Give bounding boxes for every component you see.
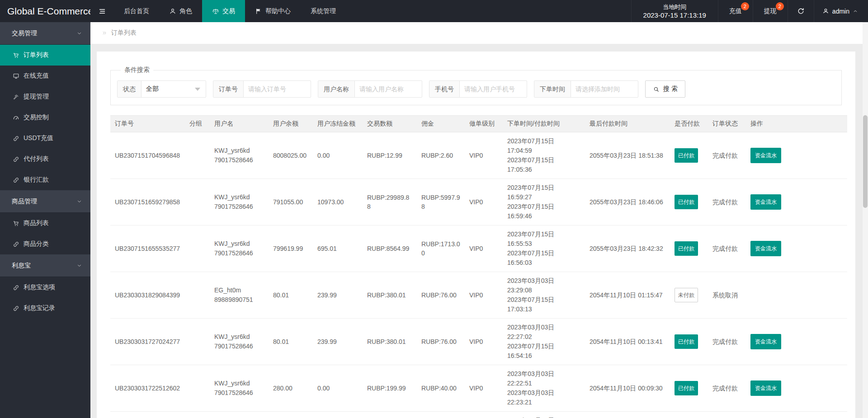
column-header: 用户余额 — [269, 116, 313, 132]
topbar-right: 当地时间 2023-07-15 17:13:19 充值 2 提现 2 admin — [631, 0, 868, 22]
sidebar-section-title: 交易管理 — [12, 29, 76, 38]
cell-pay-status: 已付款 — [670, 412, 708, 418]
sidebar-item-label: USDT充值 — [24, 134, 53, 142]
sidebar-item-label: 商品列表 — [24, 219, 49, 227]
chevron-down-icon — [76, 263, 82, 268]
breadcrumb: 订单列表 — [90, 22, 868, 44]
link-icon — [13, 241, 19, 248]
cell-order-status: 系统取消 — [708, 272, 746, 319]
user-menu[interactable]: admin — [814, 0, 868, 22]
cell-amount: RUBP:380.01 — [363, 412, 417, 418]
search-input[interactable] — [571, 85, 638, 93]
cell-balance: 280.00 — [269, 365, 313, 412]
hamburger-icon[interactable] — [90, 0, 114, 22]
angles-right-icon — [101, 30, 108, 36]
cell-group — [185, 272, 210, 319]
sidebar-item[interactable]: 在线充值 — [0, 66, 90, 86]
local-time-display: 当地时间 2023-07-15 17:13:19 — [631, 0, 718, 22]
sidebar-item[interactable]: 商品列表 — [0, 213, 90, 234]
cell-commission: RUBP:76.00 — [417, 319, 465, 365]
sidebar-item[interactable]: 利息宝选项 — [0, 277, 90, 298]
cell-order-no: UB2303031722512602 — [110, 365, 185, 412]
action-button[interactable]: 资金流水 — [750, 194, 781, 210]
search-select-value: 全部 — [142, 85, 195, 93]
search-field-label: 用户名称 — [318, 81, 355, 97]
search-field-label: 订单号 — [213, 81, 244, 97]
top-menu-item[interactable]: 角色 — [159, 0, 202, 22]
refresh-icon[interactable] — [788, 0, 814, 22]
topbar: Global E-Commerce... 后台首页 角色 交易 帮助中心 系统管… — [0, 0, 868, 22]
recharge-link[interactable]: 充值 2 — [718, 0, 753, 22]
main-content: 订单列表 条件搜索 状态 全部 订单号 用户名称 手机号 下单时间 搜 索 — [90, 22, 868, 418]
sidebar-item[interactable]: 利息宝记录 — [0, 298, 90, 319]
cell-actions: 资金流水 — [746, 132, 847, 179]
cell-commission: RUBP:40.00 — [417, 365, 465, 412]
cell-user: EG_ht0m 89889890751 — [210, 272, 269, 319]
sidebar-item[interactable]: 商品分类 — [0, 234, 90, 254]
sidebar-section-header[interactable]: 交易管理 — [0, 22, 90, 45]
cell-pay-status: 未付款 — [670, 272, 708, 319]
withdraw-link[interactable]: 提现 2 — [753, 0, 788, 22]
cell-order-pay-time: 2023年03月03日 22:22:45 2023年03月03日 22:23:1… — [503, 412, 585, 418]
recharge-label: 充值 — [729, 7, 742, 15]
sidebar-item[interactable]: 提现管理 — [0, 86, 90, 107]
top-menu-item-label: 系统管理 — [311, 7, 336, 15]
search-input[interactable] — [355, 85, 422, 93]
cell-last-pay-time: 2054年11月10日 00:09:30 — [585, 365, 670, 412]
cell-order-pay-time: 2023年07月15日 16:55:53 2023年07月15日 16:56:0… — [503, 225, 585, 272]
column-header: 是否付款 — [670, 116, 708, 132]
scrollbar-thumb[interactable] — [863, 115, 868, 208]
sidebar-section-title: 利息宝 — [12, 262, 76, 270]
search-button-label: 搜 索 — [663, 85, 678, 93]
vertical-scrollbar[interactable] — [863, 22, 868, 418]
top-menu-item[interactable]: 系统管理 — [301, 0, 346, 22]
search-row: 状态 全部 订单号 用户名称 手机号 下单时间 搜 索 — [117, 80, 835, 98]
sidebar-section-header[interactable]: 利息宝 — [0, 254, 90, 277]
top-menu-item[interactable]: 帮助中心 — [245, 0, 301, 22]
column-header: 交易数额 — [363, 116, 417, 132]
action-button[interactable]: 资金流水 — [750, 334, 781, 349]
search-field: 下单时间 — [534, 80, 638, 98]
top-menu: 后台首页 角色 交易 帮助中心 系统管理 — [114, 0, 346, 22]
cell-order-status: 完成付款 — [708, 365, 746, 412]
cell-actions: 资金流水 — [746, 365, 847, 412]
cell-level: VIP0 — [465, 132, 503, 179]
cell-user: KWJ_ysr6kd 79017528646 — [210, 179, 269, 225]
sidebar-item[interactable]: 代付列表 — [0, 149, 90, 169]
sidebar-item-label: 交易控制 — [24, 113, 49, 122]
search-input[interactable] — [460, 85, 527, 93]
cell-order-pay-time: 2023年07月15日 16:59:27 2023年07月15日 16:59:4… — [503, 179, 585, 225]
withdraw-label: 提现 — [764, 7, 777, 15]
table-row: UB2307151704596848 KWJ_ysr6kd 7901752864… — [110, 132, 847, 179]
sidebar-item[interactable]: 订单列表 — [0, 45, 90, 66]
sidebar-section-header[interactable]: 商品管理 — [0, 190, 90, 213]
cell-pay-status: 已付款 — [670, 179, 708, 225]
column-header: 用户冻结金额 — [313, 116, 363, 132]
column-header: 下单时间/付款时间 — [503, 116, 585, 132]
cell-pay-status: 已付款 — [670, 319, 708, 365]
search-select[interactable]: 状态 全部 — [117, 80, 206, 98]
cell-order-pay-time: 2023年07月15日 17:04:59 2023年07月15日 17:05:3… — [503, 132, 585, 179]
cell-last-pay-time: 2054年11月10日 00:09:24 — [585, 412, 670, 418]
search-input[interactable] — [244, 85, 311, 93]
action-button[interactable]: 资金流水 — [750, 241, 781, 256]
sidebar-item[interactable]: 交易控制 — [0, 107, 90, 128]
action-button[interactable]: 资金流水 — [750, 148, 781, 163]
sidebar-item[interactable]: 银行汇款 — [0, 169, 90, 190]
cell-order-pay-time: 2023年03月03日 23:29:08 2023年07月15日 17:03:1… — [503, 272, 585, 319]
cart-icon — [13, 220, 19, 227]
cell-pay-status: 已付款 — [670, 132, 708, 179]
cell-balance: 791055.00 — [269, 179, 313, 225]
breadcrumb-current: 订单列表 — [111, 29, 137, 37]
chevron-down-icon — [76, 30, 82, 36]
cell-frozen: 10973.00 — [313, 179, 363, 225]
cell-group — [185, 179, 210, 225]
top-menu-item[interactable]: 交易 — [202, 0, 245, 22]
top-menu-item[interactable]: 后台首页 — [114, 0, 159, 22]
search-panel-legend: 条件搜索 — [121, 66, 153, 74]
action-button[interactable]: 资金流水 — [750, 380, 781, 396]
sidebar-item[interactable]: USDT充值 — [0, 128, 90, 149]
search-button[interactable]: 搜 索 — [645, 80, 685, 98]
cell-pay-status: 已付款 — [670, 225, 708, 272]
caret-down-icon — [195, 88, 200, 91]
